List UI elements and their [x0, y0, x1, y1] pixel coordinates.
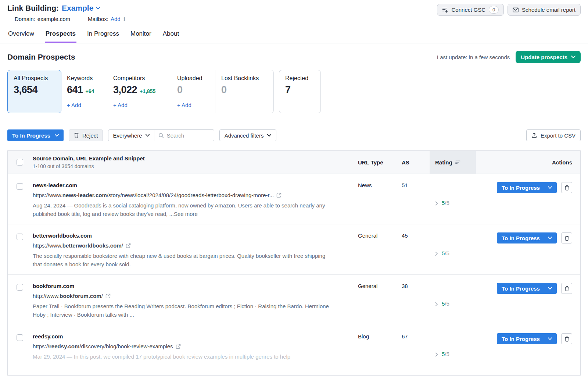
chevron-down-icon [96, 7, 100, 10]
rating-header-label: Rating [435, 159, 452, 166]
row-delete-button[interactable] [561, 182, 572, 193]
advanced-filters-dropdown[interactable]: Advanced filters [219, 129, 277, 141]
schedule-email-report-button[interactable]: Schedule email report [508, 4, 581, 16]
info-icon[interactable]: i [123, 16, 125, 22]
last-update-text: Last update: in a few seconds [437, 54, 510, 60]
card-uploaded[interactable]: Uploaded 0 + Add [171, 70, 215, 113]
snippet-text: Aug 24, 2024 — Goodreads is a social cat… [33, 201, 334, 218]
rating-value: 5/5 [442, 301, 449, 307]
advanced-filters-label: Advanced filters [225, 132, 264, 139]
row-delete-button[interactable] [561, 283, 572, 294]
row-checkbox[interactable] [17, 234, 23, 240]
search-scope-dropdown[interactable]: Everywhere [108, 130, 154, 141]
row-checkbox[interactable] [17, 334, 23, 341]
url-example: https://reedsy.com/discovery/blog/book-r… [33, 343, 341, 349]
project-name: Example [62, 4, 93, 13]
chevron-down-icon [267, 134, 271, 137]
table-row: bookforum.com http://www.bookforum.com/ … [8, 274, 580, 325]
col-rating-header[interactable]: Rating [430, 151, 476, 174]
add-competitors-link[interactable]: + Add [113, 102, 165, 108]
card-label: Competitors [113, 75, 165, 82]
expand-rating-chevron-icon[interactable] [435, 201, 438, 206]
search-scope-label: Everywhere [113, 132, 142, 139]
expand-rating-chevron-icon[interactable] [435, 302, 438, 306]
row-to-in-progress-button[interactable]: To In Progress [497, 283, 557, 294]
prospects-table: Source Domain, URL Example and Snippet 1… [7, 150, 581, 376]
row-to-in-progress-button[interactable]: To In Progress [497, 182, 557, 193]
mailbox-label: Mailbox: [88, 16, 108, 22]
row-action-label: To In Progress [502, 185, 540, 191]
tab-prospects[interactable]: Prospects [45, 29, 76, 43]
card-label: Rejected [285, 75, 315, 82]
rating-value: 5/5 [442, 200, 449, 206]
col-url-type-header: URL Type [352, 159, 396, 166]
connect-gsc-button[interactable]: Connect GSC 0 [437, 4, 504, 16]
connect-gsc-label: Connect GSC [452, 7, 486, 13]
card-lost-backlinks[interactable]: Lost Backlinks 0 [215, 70, 273, 113]
row-checkbox[interactable] [17, 183, 23, 190]
snippet-text: The socially responsible bookstore with … [33, 252, 334, 269]
card-keywords[interactable]: Keywords 641 +64 + Add [61, 70, 107, 113]
card-delta: +64 [86, 88, 94, 94]
add-uploaded-link[interactable]: + Add [177, 102, 209, 108]
row-delete-button[interactable] [561, 333, 572, 344]
table-body: news-leader.com https://www.news-leader.… [8, 174, 580, 375]
snippet-text: Mar 29, 2024 — In this post, we compiled… [33, 352, 334, 361]
table-toolbar: To In Progress Reject Everywhere [7, 129, 581, 141]
link-building-page: Link Building: Example Domain: example.c… [0, 0, 588, 384]
url-type-value: General [358, 232, 377, 239]
tab-about[interactable]: About [162, 29, 180, 43]
section-header: Domain Prospects Last update: in a few s… [0, 43, 588, 63]
connect-gsc-count-badge: 0 [489, 6, 499, 14]
card-label: Uploaded [177, 75, 209, 82]
external-link-icon[interactable] [126, 243, 131, 248]
chevron-down-icon [548, 287, 552, 290]
page-title: Link Building: Example [7, 4, 133, 13]
card-competitors[interactable]: Competitors 3,022 +1,855 + Add [107, 70, 171, 113]
to-in-progress-bulk-button[interactable]: To In Progress [7, 129, 64, 141]
search-input[interactable] [167, 132, 207, 139]
export-to-csv-button[interactable]: Export to CSV [526, 129, 581, 141]
prospect-filter-cards: All Prospects 3,654 Keywords 641 +64 + A… [0, 63, 588, 113]
top-header: Link Building: Example Domain: example.c… [0, 0, 588, 22]
tabs-bar: Overview Prospects In Progress Monitor A… [0, 29, 588, 43]
update-prospects-label: Update prospects [521, 54, 567, 60]
external-link-icon[interactable] [176, 344, 181, 349]
expand-rating-chevron-icon[interactable] [435, 252, 438, 256]
chevron-down-icon [146, 134, 150, 137]
source-domain: news-leader.com [33, 182, 341, 188]
as-value: 45 [402, 232, 408, 239]
card-all-prospects[interactable]: All Prospects 3,654 [7, 70, 61, 113]
page-title-text: Link Building: [7, 4, 59, 13]
chevron-down-icon [571, 56, 576, 58]
card-value: 3,022 [113, 84, 137, 96]
reject-button[interactable]: Reject [69, 129, 103, 141]
url-example: https://www.betterworldbooks.com/ [33, 242, 341, 249]
url-type-value: Blog [358, 333, 369, 339]
tab-monitor[interactable]: Monitor [130, 29, 152, 43]
row-to-in-progress-button[interactable]: To In Progress [497, 333, 557, 344]
external-link-icon[interactable] [276, 193, 282, 198]
domain-info: Domain: example.com [15, 16, 70, 22]
rating-value: 5/5 [442, 250, 449, 257]
card-value: 641 [67, 84, 83, 96]
mailbox-add-link[interactable]: Add [111, 16, 121, 22]
tab-in-progress[interactable]: In Progress [86, 29, 120, 43]
sort-icon [455, 160, 460, 164]
external-link-icon[interactable] [105, 294, 111, 299]
add-keywords-link[interactable]: + Add [67, 102, 101, 108]
card-value: 7 [285, 84, 291, 96]
header-buttons: Connect GSC 0 Schedule email report [437, 4, 581, 16]
row-to-in-progress-button[interactable]: To In Progress [497, 232, 557, 243]
expand-rating-chevron-icon[interactable] [435, 352, 438, 357]
tab-overview[interactable]: Overview [7, 29, 35, 43]
row-delete-button[interactable] [561, 232, 572, 243]
row-checkbox[interactable] [17, 284, 23, 291]
select-all-checkbox[interactable] [17, 159, 23, 166]
source-domain: bookforum.com [33, 283, 341, 289]
project-selector[interactable]: Example [62, 4, 100, 13]
update-prospects-button[interactable]: Update prospects [516, 51, 581, 63]
search-scope-group: Everywhere [108, 129, 214, 141]
url-type-value: General [358, 283, 377, 289]
card-rejected[interactable]: Rejected 7 [279, 70, 321, 113]
